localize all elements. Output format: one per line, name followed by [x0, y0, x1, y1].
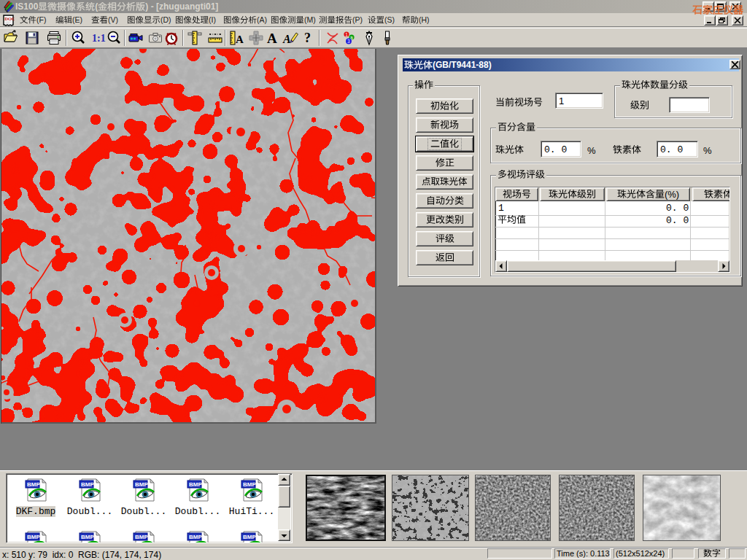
svg-text:BMP: BMP — [135, 481, 148, 488]
svg-text:1: 1 — [345, 32, 348, 37]
svg-text:A: A — [236, 34, 244, 45]
svg-text:a: a — [350, 35, 353, 40]
svg-text:BMP: BMP — [189, 534, 202, 540]
svg-text:BMP: BMP — [243, 481, 256, 488]
svg-text:?: ? — [304, 31, 311, 45]
svg-text:DOC: DOC — [4, 16, 15, 21]
svg-text:BMP: BMP — [189, 481, 202, 488]
svg-text:BMP: BMP — [81, 481, 94, 488]
svg-text:BMP: BMP — [135, 534, 148, 540]
svg-text:BMP: BMP — [27, 534, 40, 540]
svg-text:3: 3 — [347, 39, 350, 44]
svg-text:A: A — [267, 31, 277, 46]
svg-text:A: A — [282, 33, 291, 45]
svg-text:BMP: BMP — [81, 534, 94, 540]
svg-text:1:1: 1:1 — [92, 33, 106, 44]
svg-text:BMP: BMP — [27, 481, 40, 488]
svg-text:BMP: BMP — [243, 534, 256, 540]
